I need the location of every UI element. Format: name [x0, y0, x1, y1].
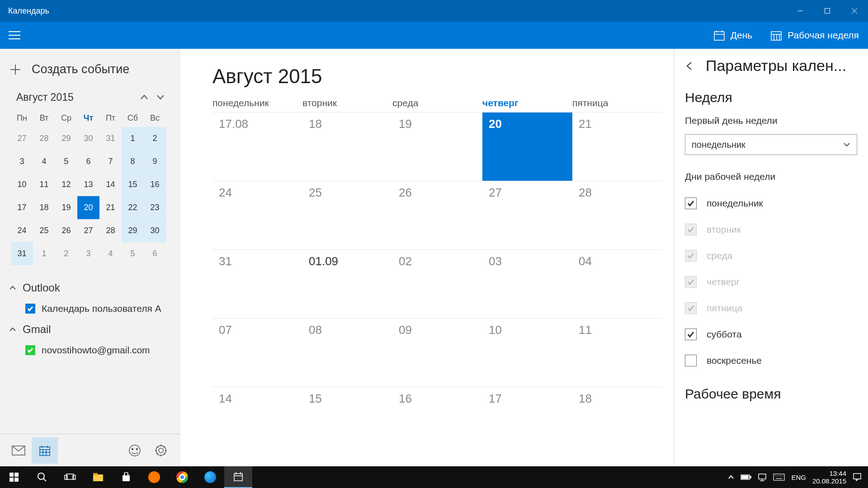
- checkbox[interactable]: [685, 328, 697, 340]
- settings-button[interactable]: [148, 437, 174, 464]
- mini-day-cell[interactable]: 9: [144, 150, 166, 173]
- calendar-item[interactable]: Календарь пользователя A: [9, 298, 170, 319]
- mini-day-cell[interactable]: 31: [11, 242, 33, 265]
- tray-clock[interactable]: 13:44 20.08.2015: [812, 469, 846, 485]
- input-language[interactable]: ENG: [791, 474, 806, 481]
- network-icon[interactable]: [758, 473, 767, 481]
- mini-day-cell[interactable]: 4: [99, 242, 122, 265]
- calendar-item[interactable]: novostihowto@gmail.com: [9, 339, 170, 361]
- mini-day-cell[interactable]: 19: [55, 196, 77, 219]
- mini-day-cell[interactable]: 3: [11, 150, 33, 173]
- taskbar-edge[interactable]: [196, 466, 224, 488]
- main-day-cell[interactable]: 14: [212, 387, 302, 455]
- mini-day-cell[interactable]: 7: [99, 150, 122, 173]
- mini-day-cell[interactable]: 8: [122, 150, 144, 173]
- main-day-cell[interactable]: 20: [482, 112, 572, 181]
- start-button[interactable]: [0, 466, 28, 488]
- settings-back-button[interactable]: [685, 61, 698, 71]
- main-day-cell[interactable]: 21: [572, 112, 662, 181]
- mini-day-cell[interactable]: 25: [33, 219, 55, 242]
- mini-day-cell[interactable]: 16: [144, 173, 166, 196]
- battery-icon[interactable]: [741, 474, 751, 480]
- account-header[interactable]: Gmail: [9, 319, 170, 339]
- main-day-cell[interactable]: 18: [302, 112, 392, 181]
- account-header[interactable]: Outlook: [9, 278, 170, 298]
- view-day-button[interactable]: День: [704, 22, 761, 49]
- mini-day-cell[interactable]: 29: [122, 219, 144, 242]
- search-button[interactable]: [28, 466, 56, 488]
- mini-day-cell[interactable]: 24: [11, 219, 33, 242]
- mini-day-cell[interactable]: 14: [99, 173, 122, 196]
- mini-day-cell[interactable]: 17: [11, 196, 33, 219]
- window-close-button[interactable]: [841, 0, 868, 22]
- main-day-cell[interactable]: 25: [302, 181, 392, 249]
- mini-day-cell[interactable]: 30: [77, 127, 99, 150]
- mini-day-cell[interactable]: 29: [55, 127, 77, 150]
- mini-day-cell[interactable]: 1: [33, 242, 55, 265]
- mini-day-cell[interactable]: 3: [77, 242, 99, 265]
- checkbox[interactable]: [685, 355, 697, 366]
- mini-day-cell[interactable]: 12: [55, 173, 77, 196]
- mini-day-cell[interactable]: 10: [11, 173, 33, 196]
- taskbar-store[interactable]: [112, 466, 140, 488]
- main-day-cell[interactable]: 26: [392, 181, 482, 249]
- main-day-cell[interactable]: 17.08: [212, 112, 302, 181]
- checkbox[interactable]: [685, 197, 697, 209]
- mini-day-cell[interactable]: 27: [11, 127, 33, 150]
- mini-day-cell[interactable]: 5: [122, 242, 144, 265]
- keyboard-icon[interactable]: [773, 474, 785, 481]
- mini-day-cell[interactable]: 2: [55, 242, 77, 265]
- mini-next-button[interactable]: [152, 89, 169, 105]
- task-view-button[interactable]: [56, 466, 84, 488]
- mini-day-cell[interactable]: 26: [55, 219, 77, 242]
- main-day-cell[interactable]: 10: [482, 318, 572, 387]
- mini-day-cell[interactable]: 18: [33, 196, 55, 219]
- taskbar-chrome[interactable]: [168, 466, 196, 488]
- mail-app-button[interactable]: [5, 437, 32, 464]
- mini-day-cell[interactable]: 13: [77, 173, 99, 196]
- mini-day-cell[interactable]: 6: [144, 242, 166, 265]
- mini-day-cell[interactable]: 4: [33, 150, 55, 173]
- create-event-button[interactable]: Создать событие: [0, 49, 179, 87]
- tray-overflow-icon[interactable]: [728, 475, 734, 479]
- workday-checkbox-row[interactable]: воскресенье: [685, 347, 857, 374]
- main-day-cell[interactable]: 16: [392, 387, 482, 455]
- mini-day-cell[interactable]: 23: [144, 196, 166, 219]
- workday-checkbox-row[interactable]: понедельник: [685, 190, 857, 216]
- main-day-cell[interactable]: 18: [572, 387, 662, 455]
- mini-day-cell[interactable]: 30: [144, 219, 166, 242]
- main-day-cell[interactable]: 02: [392, 249, 482, 318]
- main-day-cell[interactable]: 08: [302, 318, 392, 387]
- main-day-cell[interactable]: 24: [212, 181, 302, 249]
- window-minimize-button[interactable]: [787, 0, 814, 22]
- main-day-cell[interactable]: 04: [572, 249, 662, 318]
- main-day-cell[interactable]: 09: [392, 318, 482, 387]
- first-day-select[interactable]: понедельник: [685, 134, 857, 155]
- mini-day-cell[interactable]: 5: [55, 150, 77, 173]
- calendar-checkbox[interactable]: [25, 304, 35, 314]
- mini-day-cell[interactable]: 1: [122, 127, 144, 150]
- mini-day-cell[interactable]: 31: [99, 127, 122, 150]
- hamburger-button[interactable]: [0, 22, 29, 49]
- view-workweek-button[interactable]: Рабочая неделя: [761, 22, 868, 49]
- main-day-cell[interactable]: 31: [212, 249, 302, 318]
- workday-checkbox-row[interactable]: суббота: [685, 321, 857, 347]
- main-day-cell[interactable]: 27: [482, 181, 572, 249]
- mini-day-cell[interactable]: 27: [77, 219, 99, 242]
- main-day-cell[interactable]: 17: [482, 387, 572, 455]
- main-day-cell[interactable]: 19: [392, 112, 482, 181]
- mini-day-cell[interactable]: 28: [99, 219, 122, 242]
- main-day-cell[interactable]: 01.09: [302, 249, 392, 318]
- mini-day-cell[interactable]: 6: [77, 150, 99, 173]
- mini-day-cell[interactable]: 15: [122, 173, 144, 196]
- mini-day-cell[interactable]: 20: [77, 196, 99, 219]
- main-day-cell[interactable]: 15: [302, 387, 392, 455]
- main-day-cell[interactable]: 11: [572, 318, 662, 387]
- calendar-app-button[interactable]: [32, 437, 58, 464]
- mini-prev-button[interactable]: [136, 89, 152, 105]
- mini-day-cell[interactable]: 2: [144, 127, 166, 150]
- mini-day-cell[interactable]: 21: [99, 196, 122, 219]
- taskbar-calendar[interactable]: [224, 466, 252, 488]
- mini-day-cell[interactable]: 28: [33, 127, 55, 150]
- window-maximize-button[interactable]: [814, 0, 841, 22]
